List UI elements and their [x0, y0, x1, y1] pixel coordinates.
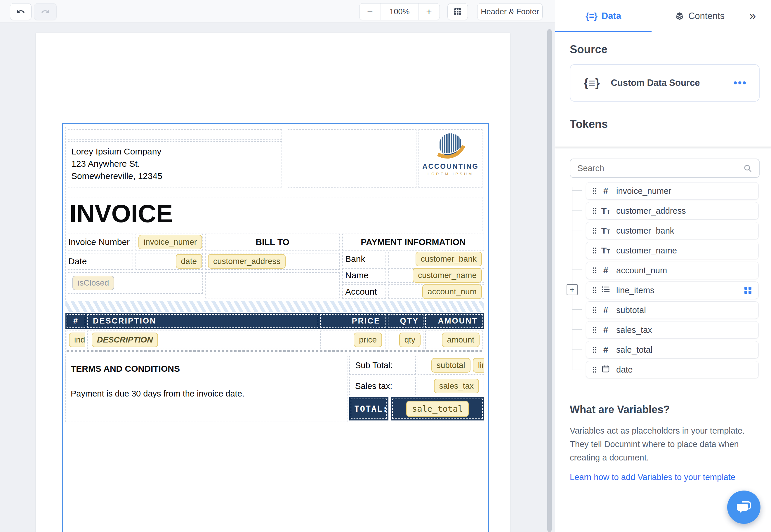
braces-data-icon: {≡} — [586, 11, 598, 21]
line-items-table-header[interactable]: # DESCRIPTION PRICE QTY AMOUNT — [65, 313, 484, 329]
customer-bank-token-chip[interactable]: customer_bank — [416, 252, 482, 266]
token-item-customer-name[interactable]: TT customer_name — [586, 242, 759, 259]
date-token-cell[interactable]: date — [136, 253, 203, 270]
account-label: Account — [345, 287, 377, 297]
token-item-subtotal[interactable]: # subtotal — [586, 301, 759, 319]
number-type-icon: # — [599, 325, 612, 335]
payment-account-token-cell[interactable]: account_num — [388, 284, 484, 299]
price-token-chip[interactable]: price — [354, 333, 382, 347]
search-button[interactable] — [736, 159, 759, 177]
data-source-card[interactable]: {≡} Custom Data Source ••• — [570, 64, 760, 102]
sales-tax-token-cell[interactable]: sales_tax — [418, 377, 484, 395]
sales-tax-label-cell[interactable]: Sales tax: — [349, 377, 416, 395]
qty-token-cell[interactable]: qty — [388, 331, 423, 349]
price-token-cell[interactable]: price — [320, 331, 386, 349]
line-items-token-row[interactable]: ind DESCRIPTION price qty amount — [65, 329, 484, 350]
customer-address-token-chip[interactable]: customer_address — [208, 254, 286, 269]
amount-token-chip[interactable]: amount — [442, 333, 480, 347]
invoice-title-block[interactable]: INVOICE — [68, 197, 482, 231]
name-label: Name — [345, 270, 369, 280]
variables-help-link[interactable]: Learn how to add Variables to your templ… — [570, 472, 735, 482]
token-item-account-num[interactable]: # account_num — [586, 262, 759, 279]
token-item-line-items[interactable]: line_items — [586, 281, 759, 299]
invoice-number-token-chip[interactable]: invoice_numer — [138, 235, 202, 249]
undo-button[interactable] — [10, 3, 32, 20]
line-items-token-chip-clipped[interactable]: line_ — [473, 358, 484, 373]
token-item-customer-bank[interactable]: TT customer_bank — [586, 222, 759, 239]
source-menu-dots-icon[interactable]: ••• — [733, 77, 747, 89]
qty-token-chip[interactable]: qty — [399, 333, 421, 347]
tab-data[interactable]: {≡} Data — [555, 0, 652, 32]
active-tab-underline — [555, 31, 652, 32]
total-token-cell[interactable]: sale_total — [391, 397, 484, 420]
invoice-number-token-cell[interactable]: invoice_numer — [136, 234, 203, 251]
customer-address-cell[interactable]: customer_address — [205, 253, 340, 270]
search-input[interactable] — [570, 159, 736, 177]
col-header-index: # — [67, 314, 85, 328]
drag-handle-icon[interactable] — [593, 287, 597, 294]
date-token-chip[interactable]: date — [176, 254, 202, 269]
variables-help-body: Variables act as placeholders in your te… — [570, 424, 760, 464]
description-token-chip[interactable]: DESCRIPTION — [92, 333, 158, 347]
token-item-date[interactable]: date — [586, 361, 759, 378]
drag-handle-icon[interactable] — [593, 267, 597, 274]
editor-canvas[interactable]: Lorey Ipsium Company 123 Anywhere St. So… — [0, 23, 555, 532]
token-item-sales-tax[interactable]: # sales_tax — [586, 321, 759, 339]
bill-to-empty-cell[interactable] — [205, 272, 340, 298]
sales-tax-token-chip[interactable]: sales_tax — [434, 379, 479, 393]
company-info-block[interactable]: Lorey Ipsium Company 123 Anywhere St. So… — [68, 141, 282, 187]
canvas-scrollbar[interactable] — [547, 29, 552, 532]
drag-handle-icon[interactable] — [593, 326, 597, 333]
subtotal-token-chip[interactable]: subtotal — [431, 358, 470, 373]
col-header-amount: AMOUNT — [425, 314, 483, 328]
header-empty-cell[interactable] — [288, 129, 416, 188]
invoice-title: INVOICE — [70, 197, 482, 230]
index-token-chip[interactable]: ind — [69, 333, 85, 347]
payment-name-token-cell[interactable]: customer_name — [388, 268, 484, 283]
zoom-in-button[interactable]: + — [418, 4, 440, 20]
header-spacer-cell[interactable] — [68, 129, 282, 140]
token-item-sale-total[interactable]: # sale_total — [586, 341, 759, 359]
payment-account-label-cell[interactable]: Account — [342, 284, 386, 299]
chat-launcher-button[interactable] — [727, 491, 760, 524]
redo-button[interactable] — [34, 3, 57, 20]
grid-toggle-button[interactable] — [447, 3, 468, 20]
subtotal-label-cell[interactable]: Sub Total: — [349, 356, 416, 375]
total-label-cell[interactable]: TOTAL: — [349, 397, 388, 420]
token-tree-line — [572, 187, 572, 370]
drag-handle-icon[interactable] — [593, 366, 597, 373]
header-footer-button[interactable]: Header & Footer — [477, 3, 543, 20]
account-num-token-chip[interactable]: account_num — [422, 284, 482, 299]
date-label-cell[interactable]: Date — [68, 253, 133, 270]
description-token-cell[interactable]: DESCRIPTION — [87, 331, 318, 349]
drag-handle-icon[interactable] — [593, 247, 597, 254]
payment-name-label-cell[interactable]: Name — [342, 268, 386, 283]
drag-handle-icon[interactable] — [593, 346, 597, 353]
tab-contents[interactable]: Contents — [652, 0, 748, 32]
collapse-panel-chevron-icon[interactable]: » — [749, 9, 756, 22]
company-logo-block[interactable]: ACCOUNTING LOREM IPSUM — [419, 129, 482, 188]
token-item-invoice-numer[interactable]: # invoice_numer — [586, 182, 759, 200]
payment-bank-label-cell[interactable]: Bank — [342, 252, 386, 266]
customer-name-token-chip[interactable]: customer_name — [413, 268, 482, 283]
drag-handle-icon[interactable] — [593, 307, 597, 314]
zoom-out-button[interactable]: − — [360, 4, 381, 20]
table-binding-grid-icon[interactable] — [744, 286, 752, 294]
payment-header-cell[interactable]: PAYMENT INFORMATION — [342, 234, 484, 251]
sale-total-token-chip[interactable]: sale_total — [406, 401, 469, 417]
invoice-number-label-cell[interactable]: Invoice Number — [68, 234, 133, 251]
drag-handle-icon[interactable] — [593, 227, 597, 234]
bill-to-header-cell[interactable]: BILL TO — [205, 234, 340, 251]
index-token-cell[interactable]: ind — [67, 331, 85, 349]
is-closed-cell[interactable]: isClosed — [68, 272, 203, 294]
drag-handle-icon[interactable] — [593, 207, 597, 214]
drag-handle-icon[interactable] — [593, 187, 597, 194]
token-item-customer-address[interactable]: TT customer_address — [586, 202, 759, 220]
is-closed-token-chip[interactable]: isClosed — [72, 276, 114, 290]
terms-block[interactable]: TERMS AND CONDITIONS Payment is due 30 d… — [65, 356, 348, 422]
payment-bank-token-cell[interactable]: customer_bank — [388, 252, 484, 266]
subtotal-token-cell[interactable]: subtotal line_ — [418, 356, 484, 375]
amount-token-cell[interactable]: amount — [425, 331, 483, 349]
expand-line-items-button[interactable]: + — [567, 284, 578, 295]
text-type-icon: TT — [599, 206, 612, 216]
